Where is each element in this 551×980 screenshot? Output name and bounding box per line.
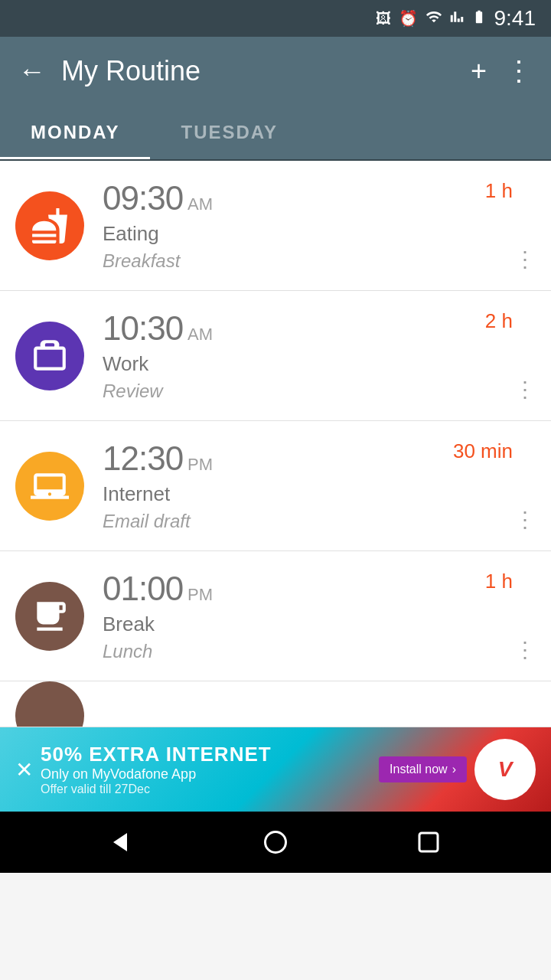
monitor-icon bbox=[31, 467, 69, 505]
alarm-icon: ⏰ bbox=[399, 9, 418, 28]
break-more-button[interactable]: ⋮ bbox=[514, 637, 536, 662]
add-button[interactable]: + bbox=[471, 55, 487, 87]
svg-point-1 bbox=[266, 832, 286, 853]
eating-duration: 1 h bbox=[485, 179, 513, 203]
app-bar: ← My Routine + ⋮ bbox=[0, 37, 551, 106]
tab-monday[interactable]: MONDAY bbox=[0, 106, 150, 159]
internet-duration: 30 min bbox=[453, 439, 513, 463]
partial-icon bbox=[15, 681, 84, 727]
nav-home-button[interactable] bbox=[253, 819, 298, 865]
image-icon: 🖼 bbox=[376, 10, 391, 28]
svg-marker-0 bbox=[113, 833, 127, 851]
break-details: 01:00 PM Break Lunch bbox=[103, 570, 536, 662]
coffee-icon bbox=[31, 597, 69, 635]
battery-icon bbox=[471, 8, 487, 29]
signal-icon bbox=[450, 8, 464, 29]
wifi-icon bbox=[425, 8, 442, 29]
vodafone-logo: V bbox=[474, 739, 536, 800]
more-button[interactable]: ⋮ bbox=[505, 55, 533, 87]
ad-validity: Offer valid till 27Dec bbox=[41, 782, 371, 796]
work-icon-circle bbox=[15, 322, 84, 390]
svg-rect-2 bbox=[419, 833, 438, 851]
routine-item: 09:30 AM Eating Breakfast 1 h ⋮ bbox=[0, 161, 551, 291]
ad-content: 50% EXTRA INTERNET Only on MyVodafone Ap… bbox=[41, 743, 371, 796]
ad-title: 50% EXTRA INTERNET bbox=[41, 743, 371, 766]
ad-install-arrow: › bbox=[452, 763, 456, 776]
ad-banner: ✕ 50% EXTRA INTERNET Only on MyVodafone … bbox=[0, 727, 551, 812]
work-more-button[interactable]: ⋮ bbox=[514, 377, 536, 402]
eating-time: 09:30 AM bbox=[103, 179, 536, 217]
work-duration: 2 h bbox=[485, 309, 513, 333]
eating-more-button[interactable]: ⋮ bbox=[514, 247, 536, 272]
status-bar: 🖼 ⏰ 9:41 bbox=[0, 0, 551, 37]
nav-recents-button[interactable] bbox=[406, 819, 452, 865]
break-icon-circle bbox=[15, 582, 84, 651]
nav-bar bbox=[0, 812, 551, 873]
routine-item: 10:30 AM Work Review 2 h ⋮ bbox=[0, 291, 551, 421]
routine-list: 09:30 AM Eating Breakfast 1 h ⋮ 10:30 AM… bbox=[0, 161, 551, 727]
fork-knife-icon bbox=[31, 207, 69, 245]
break-duration: 1 h bbox=[485, 570, 513, 593]
work-details: 10:30 AM Work Review bbox=[103, 309, 536, 402]
tab-tuesday[interactable]: TUESDAY bbox=[150, 106, 308, 159]
app-title: My Routine bbox=[61, 55, 455, 87]
routine-item: 12:30 PM Internet Email draft 30 min ⋮ bbox=[0, 421, 551, 551]
work-time: 10:30 AM bbox=[103, 309, 536, 348]
break-time: 01:00 PM bbox=[103, 570, 536, 608]
status-time: 9:41 bbox=[494, 6, 536, 31]
briefcase-icon bbox=[31, 337, 69, 375]
eating-icon-circle bbox=[15, 191, 84, 260]
ad-close-button[interactable]: ✕ bbox=[15, 757, 33, 782]
ad-subtitle: Only on MyVodafone App bbox=[41, 766, 371, 782]
internet-icon-circle bbox=[15, 452, 84, 521]
ad-install-button[interactable]: Install now › bbox=[379, 756, 467, 782]
app-bar-actions: + ⋮ bbox=[471, 55, 533, 87]
internet-more-button[interactable]: ⋮ bbox=[514, 507, 536, 532]
nav-back-button[interactable] bbox=[99, 819, 145, 865]
back-button[interactable]: ← bbox=[18, 55, 46, 87]
routine-item: 01:00 PM Break Lunch 1 h ⋮ bbox=[0, 551, 551, 681]
ad-install-label: Install now bbox=[390, 763, 448, 776]
eating-details: 09:30 AM Eating Breakfast bbox=[103, 179, 536, 272]
partial-item bbox=[0, 681, 551, 727]
day-tabs: MONDAY TUESDAY bbox=[0, 106, 551, 161]
